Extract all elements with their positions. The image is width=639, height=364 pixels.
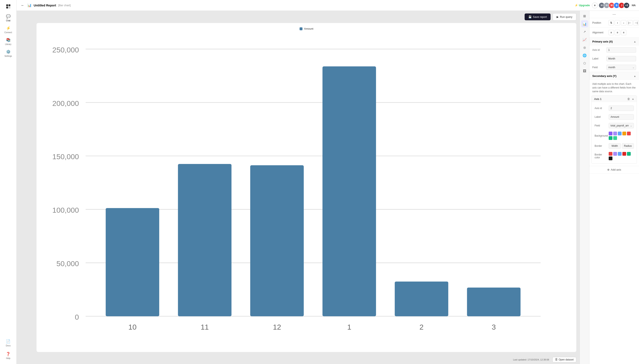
bar-11[interactable] <box>178 164 232 316</box>
run-label: Run query <box>560 15 572 18</box>
position-btn-4[interactable]: |← <box>627 20 632 26</box>
bar-2[interactable] <box>395 282 448 316</box>
swatch-amber[interactable] <box>622 132 626 135</box>
border-width-field[interactable]: Width <box>609 143 621 149</box>
swatch-green[interactable] <box>609 136 612 140</box>
panel-icon-line[interactable]: ↗ <box>581 28 588 35</box>
axis1-label-label: Label <box>595 116 607 118</box>
align-center-btn[interactable]: ≡ <box>615 30 620 35</box>
sidebar-item-library-label: Library <box>5 43 12 46</box>
settings-icon: ⚙️ <box>6 50 11 54</box>
open-dataset-button[interactable]: 🗄 Open dataset <box>552 357 576 362</box>
chat-icon: 💬 <box>6 14 11 19</box>
avatar-more[interactable]: +3 <box>623 2 630 8</box>
axis-1-delete-btn[interactable]: 🗑 <box>627 97 630 100</box>
swatch-light-green[interactable] <box>613 136 617 140</box>
axis1-id-value[interactable]: 2 <box>609 106 634 111</box>
swatch-blue[interactable] <box>618 132 621 135</box>
secondary-axis-label: Secondary axis (Y) <box>592 74 616 78</box>
border-swatch-purple[interactable] <box>613 152 617 156</box>
axis1-field-select-wrapper: total_payroll_amo <box>609 123 634 128</box>
secondary-axis-desc: Add multiple axis to the chart. Each axi… <box>589 80 639 95</box>
panel-icon-pentagon[interactable]: ⬠ <box>581 60 588 67</box>
primary-axis-field-select-wrapper: month <box>606 65 636 70</box>
sidebar-item-settings[interactable]: ⚙️ Settings <box>0 48 17 59</box>
sidebar-item-chat[interactable]: 💬 Chat <box>0 12 17 24</box>
upgrade-button[interactable]: ⚡ Upgrade <box>575 4 590 7</box>
position-btn-5[interactable]: →| <box>633 20 639 26</box>
secondary-axis-chevron: ▲ <box>633 74 636 78</box>
axis1-bg-row: Background <box>592 130 637 142</box>
upgrade-label: Upgrade <box>579 4 590 7</box>
pentagon-icon: ⬠ <box>583 62 586 65</box>
logo-icon <box>6 4 11 9</box>
bar-12[interactable] <box>250 165 304 316</box>
primary-axis-id-value[interactable]: 1 <box>606 47 636 53</box>
swatch-purple[interactable] <box>609 132 612 135</box>
back-button[interactable]: ← <box>20 3 25 8</box>
axis1-label-row: Label Amount <box>592 112 637 121</box>
save-report-button[interactable]: 💾 Save report <box>525 14 551 20</box>
align-left-btn[interactable]: ≡ <box>608 30 614 35</box>
border-swatch-black[interactable] <box>609 156 612 160</box>
swatch-light-purple[interactable] <box>613 132 617 135</box>
bar-1[interactable] <box>322 66 376 316</box>
position-controls: ⇅ ↕ ↓ |← →| <box>608 20 639 26</box>
sidebar-item-connect[interactable]: ⚡ Connect <box>0 24 17 36</box>
status-bar: Last updated: 17/10/2024, 12:38:08 🗄 Ope… <box>33 355 580 364</box>
primary-axis-header[interactable]: Primary axis (X) ▲ <box>589 38 639 46</box>
run-query-button[interactable]: ▶ Run query <box>553 13 576 20</box>
panel-icon-bar-chart[interactable]: 📊 <box>581 20 588 27</box>
border-swatch-dark-red[interactable] <box>622 152 626 156</box>
main-content: 💾 Save report ▶ Run query Amount 0 50,00… <box>33 11 639 364</box>
sidebar-item-docs-label: Docs <box>6 344 11 347</box>
primary-axis-label-row: Label Month <box>589 54 639 63</box>
panel-icon-globe[interactable]: 🌐 <box>581 52 588 59</box>
sidebar-item-docs[interactable]: 📄 Docs <box>4 337 12 349</box>
panel-icon-table[interactable]: ⊞ <box>581 12 588 20</box>
bar-10[interactable] <box>106 208 159 316</box>
position-btn-2[interactable]: ↕ <box>615 20 620 26</box>
report-icon: 📊 <box>27 3 32 7</box>
position-btn-1[interactable]: ⇅ <box>608 20 614 26</box>
axis-1-header[interactable]: Axis 1 🗑 ▲ <box>592 96 637 102</box>
axis1-field-select[interactable]: total_payroll_amo <box>609 123 634 128</box>
line-chart-2-icon: 📈 <box>582 38 587 42</box>
svg-rect-2 <box>6 7 8 8</box>
axis1-label-input[interactable]: Amount <box>609 114 634 120</box>
minimize-button[interactable]: — <box>613 12 616 16</box>
secondary-axis-header[interactable]: Secondary axis (Y) ▲ <box>589 72 639 80</box>
primary-axis-chevron: ▲ <box>633 40 636 43</box>
border-swatch-blue[interactable] <box>618 152 621 156</box>
axis1-border-label: Border <box>595 144 607 148</box>
secondary-axis-section: Secondary axis (Y) ▲ Add multiple axis t… <box>589 72 639 174</box>
panel-icon-line2[interactable]: 📈 <box>581 36 588 43</box>
table-icon: ⊞ <box>583 14 586 18</box>
last-updated-text: Last updated: 17/10/2024, 12:38:08 <box>513 358 549 361</box>
alignment-row: Alignment ≡ ≡ ≡ <box>589 28 639 38</box>
panel-icon-image[interactable]: 🖼 <box>581 68 588 74</box>
axis-1-chevron: ▲ <box>632 98 634 100</box>
svg-text:100,000: 100,000 <box>52 206 79 214</box>
primary-axis-id-label: Axis id <box>592 48 605 52</box>
sidebar-item-settings-label: Settings <box>4 55 12 57</box>
primary-axis-label-input[interactable]: Month <box>606 56 636 61</box>
bar-3[interactable] <box>467 288 521 316</box>
topbar-initials: HA <box>632 4 636 7</box>
primary-axis-field-select[interactable]: month <box>606 65 636 70</box>
border-swatch-green[interactable] <box>627 152 631 156</box>
position-btn-3[interactable]: ↓ <box>621 20 626 26</box>
panel-icon-donut[interactable]: ◎ <box>581 44 588 51</box>
axis-1-actions: 🗑 ▲ <box>627 97 634 100</box>
border-radius-field[interactable]: Radius <box>622 143 634 149</box>
alignment-controls: ≡ ≡ ≡ <box>608 30 636 35</box>
swatch-red[interactable] <box>627 132 631 135</box>
add-axis-button[interactable]: ⊕ Add axis <box>589 166 639 173</box>
border-swatch-red[interactable] <box>609 152 612 156</box>
sidebar-item-help[interactable]: ❓ Help <box>4 350 12 362</box>
legend-label: Amount <box>304 27 313 30</box>
report-title: Untitled Report <box>34 4 56 7</box>
add-button[interactable]: + <box>592 2 598 8</box>
sidebar-item-library[interactable]: 📚 Library <box>0 36 17 48</box>
align-right-btn[interactable]: ≡ <box>621 30 626 35</box>
